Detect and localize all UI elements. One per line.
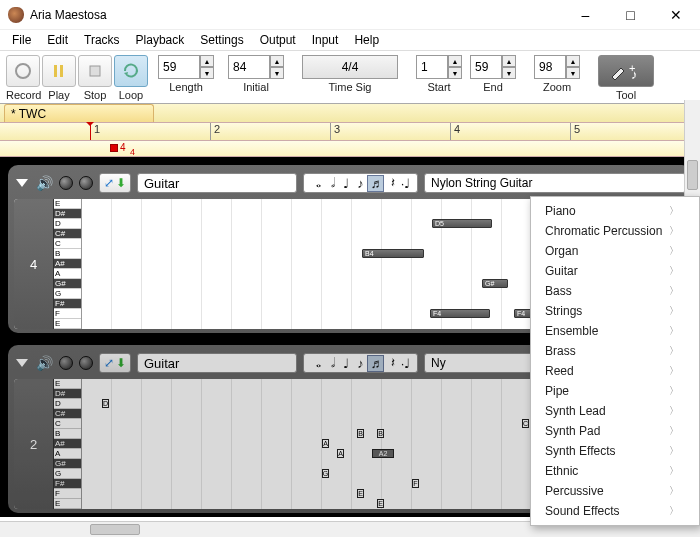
menu-input[interactable]: Input: [306, 31, 345, 49]
knob-1[interactable]: [59, 176, 73, 190]
knob-1[interactable]: [59, 356, 73, 370]
dur-sixteenth[interactable]: ♬: [368, 356, 383, 371]
dur-eighth[interactable]: ♪: [353, 356, 368, 371]
beat-ruler[interactable]: 4 4: [0, 141, 700, 157]
key-B[interactable]: B: [54, 249, 81, 259]
menu-item-pipe[interactable]: Pipe〉: [531, 381, 699, 401]
length-input[interactable]: [158, 55, 200, 79]
tab-twc[interactable]: * TWC: [4, 104, 154, 122]
note-duration-picker[interactable]: 𝅝 𝅗𝅥 ♩ ♪ ♬ 𝄽 ·♩: [303, 173, 418, 193]
length-down[interactable]: ▼: [200, 67, 214, 79]
track-name-input[interactable]: [137, 353, 297, 373]
key-A[interactable]: A: [54, 449, 81, 459]
zoom-up[interactable]: ▲: [566, 55, 580, 67]
zoom-input[interactable]: [534, 55, 566, 79]
maximize-track-button[interactable]: ⤢⬇: [99, 173, 131, 193]
initial-input[interactable]: [228, 55, 270, 79]
dur-quarter[interactable]: ♩: [338, 176, 353, 191]
track-name-input[interactable]: [137, 173, 297, 193]
key-E[interactable]: E: [54, 379, 81, 389]
menu-item-strings[interactable]: Strings〉: [531, 301, 699, 321]
close-button[interactable]: ✕: [653, 0, 698, 30]
dur-sixteenth[interactable]: ♬: [368, 176, 383, 191]
key-G#[interactable]: G#: [54, 279, 81, 289]
key-D[interactable]: D: [54, 219, 81, 229]
instrument-menu[interactable]: Piano〉Chromatic Percussion〉Organ〉Guitar〉…: [530, 196, 700, 526]
initial-down[interactable]: ▼: [270, 67, 284, 79]
note[interactable]: F: [412, 479, 419, 488]
note[interactable]: D5: [432, 219, 492, 228]
key-D#[interactable]: D#: [54, 209, 81, 219]
note[interactable]: E: [357, 489, 364, 498]
key-C[interactable]: C: [54, 419, 81, 429]
key-G[interactable]: G: [54, 289, 81, 299]
menu-item-percussive[interactable]: Percussive〉: [531, 481, 699, 501]
record-button[interactable]: [6, 55, 40, 87]
end-up[interactable]: ▲: [502, 55, 516, 67]
dur-half[interactable]: 𝅗𝅥: [323, 175, 338, 191]
dur-whole[interactable]: 𝅝: [308, 175, 323, 191]
menu-tracks[interactable]: Tracks: [78, 31, 126, 49]
menu-item-chromatic-percussion[interactable]: Chromatic Percussion〉: [531, 221, 699, 241]
initial-up[interactable]: ▲: [270, 55, 284, 67]
key-A#[interactable]: A#: [54, 259, 81, 269]
stop-button[interactable]: [78, 55, 112, 87]
key-A[interactable]: A: [54, 269, 81, 279]
key-E[interactable]: E: [54, 499, 81, 509]
loop-start-marker[interactable]: 4: [110, 142, 126, 153]
timesig-button[interactable]: 4/4: [302, 55, 398, 79]
note[interactable]: F4: [430, 309, 490, 318]
menu-item-synth-pad[interactable]: Synth Pad〉: [531, 421, 699, 441]
instrument-select[interactable]: Nylon String Guitar: [424, 173, 686, 193]
dur-rest[interactable]: 𝄽: [383, 355, 398, 371]
menu-file[interactable]: File: [6, 31, 37, 49]
key-F#[interactable]: F#: [54, 299, 81, 309]
end-down[interactable]: ▼: [502, 67, 516, 79]
key-F#[interactable]: F#: [54, 479, 81, 489]
key-G[interactable]: G: [54, 469, 81, 479]
note[interactable]: B: [377, 429, 384, 438]
key-A#[interactable]: A#: [54, 439, 81, 449]
key-F[interactable]: F: [54, 489, 81, 499]
start-up[interactable]: ▲: [448, 55, 462, 67]
dur-half[interactable]: 𝅗𝅥: [323, 355, 338, 371]
dur-dotted[interactable]: ·♩: [398, 356, 413, 371]
note[interactable]: D: [102, 399, 109, 408]
menu-item-organ[interactable]: Organ〉: [531, 241, 699, 261]
dur-quarter[interactable]: ♩: [338, 356, 353, 371]
key-C#[interactable]: C#: [54, 409, 81, 419]
dur-eighth[interactable]: ♪: [353, 176, 368, 191]
key-D#[interactable]: D#: [54, 389, 81, 399]
key-G#[interactable]: G#: [54, 459, 81, 469]
menu-item-guitar[interactable]: Guitar〉: [531, 261, 699, 281]
collapse-icon[interactable]: [16, 359, 28, 367]
dur-dotted[interactable]: ·♩: [398, 176, 413, 191]
start-down[interactable]: ▼: [448, 67, 462, 79]
maximize-button[interactable]: □: [608, 0, 653, 30]
dur-rest[interactable]: 𝄽: [383, 175, 398, 191]
piano-keys[interactable]: ED#DC#CBA#AG#GF#FED#D: [54, 379, 82, 509]
collapse-icon[interactable]: [16, 179, 28, 187]
menu-item-brass[interactable]: Brass〉: [531, 341, 699, 361]
note[interactable]: A2: [372, 449, 394, 458]
volume-icon[interactable]: 🔊: [36, 175, 53, 191]
scrollbar-thumb[interactable]: [90, 524, 140, 535]
menu-item-sound-effects[interactable]: Sound Effects〉: [531, 501, 699, 521]
end-input[interactable]: [470, 55, 502, 79]
note-duration-picker[interactable]: 𝅝 𝅗𝅥 ♩ ♪ ♬ 𝄽 ·♩: [303, 353, 418, 373]
measure-ruler[interactable]: 1 2 3 4 5: [0, 123, 700, 141]
key-D[interactable]: D: [54, 399, 81, 409]
note[interactable]: G: [322, 469, 329, 478]
play-button[interactable]: [42, 55, 76, 87]
menu-settings[interactable]: Settings: [194, 31, 249, 49]
menu-item-synth-lead[interactable]: Synth Lead〉: [531, 401, 699, 421]
key-C#[interactable]: C#: [54, 229, 81, 239]
loop-end-marker[interactable]: 4: [130, 147, 135, 157]
loop-button[interactable]: [114, 55, 148, 87]
zoom-down[interactable]: ▼: [566, 67, 580, 79]
knob-2[interactable]: [79, 176, 93, 190]
length-up[interactable]: ▲: [200, 55, 214, 67]
menu-item-bass[interactable]: Bass〉: [531, 281, 699, 301]
note[interactable]: B: [357, 429, 364, 438]
dur-whole[interactable]: 𝅝: [308, 355, 323, 371]
